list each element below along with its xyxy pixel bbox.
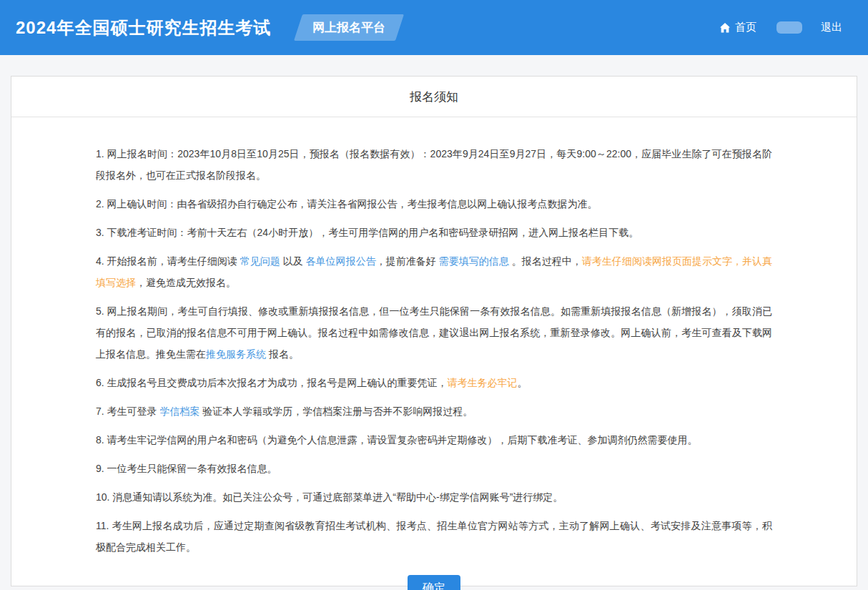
top-header: 2024年全国硕士研究生招生考试 网上报名平台 首页 退出 bbox=[0, 0, 868, 55]
page-title: 报名须知 bbox=[410, 89, 458, 105]
inline-link[interactable]: 学信档案 bbox=[159, 405, 199, 417]
notice-paragraph: 4. 开始报名前，请考生仔细阅读 常见问题 以及 各单位网报公告，提前准备好 需… bbox=[96, 250, 772, 293]
platform-badge: 网上报名平台 bbox=[294, 14, 404, 41]
notice-text: 以及 bbox=[280, 255, 306, 267]
notice-paragraph: 8. 请考生牢记学信网的用户名和密码（为避免个人信息泄露，请设置复杂密码并定期修… bbox=[96, 429, 772, 451]
platform-badge-label: 网上报名平台 bbox=[312, 19, 385, 36]
notice-paragraph: 2. 网上确认时间：由各省级招办自行确定公布，请关注各省网报公告，考生报考信息以… bbox=[96, 193, 772, 215]
confirm-button[interactable]: 确定 bbox=[408, 575, 460, 590]
notice-text: 。 bbox=[518, 377, 528, 388]
notice-text: 10. 消息通知请以系统为准。如已关注公众号，可通过底部菜单进入“帮助中心-绑定… bbox=[96, 491, 563, 503]
notice-text: ，提前准备好 bbox=[376, 255, 439, 267]
warning-text: 请考生务必牢记 bbox=[448, 377, 518, 388]
notice-paragraph: 11. 考生网上报名成功后，应通过定期查阅省级教育招生考试机构、报考点、招生单位… bbox=[96, 515, 772, 558]
notice-text: 6. 生成报名号且交费成功后本次报名才为成功，报名号是网上确认的重要凭证， bbox=[96, 377, 448, 388]
username-placeholder bbox=[776, 21, 802, 34]
notice-text: 8. 请考生牢记学信网的用户名和密码（为避免个人信息泄露，请设置复杂密码并定期修… bbox=[96, 434, 698, 446]
inline-link[interactable]: 各单位网报公告 bbox=[306, 255, 376, 267]
notice-paragraph: 9. 一位考生只能保留一条有效报名信息。 bbox=[96, 458, 772, 479]
notice-text: 2. 网上确认时间：由各省级招办自行确定公布，请关注各省网报公告，考生报考信息以… bbox=[96, 198, 598, 210]
inline-link[interactable]: 推免服务系统 bbox=[206, 348, 266, 360]
notice-text: ，避免造成无效报名。 bbox=[136, 277, 236, 288]
notice-paragraph: 7. 考生可登录 学信档案 验证本人学籍或学历，学信档案注册与否并不影响网报过程… bbox=[96, 400, 772, 422]
nav-home-link[interactable]: 首页 bbox=[719, 21, 756, 34]
notice-paragraph-list: 1. 网上报名时间：2023年10月8日至10月25日，预报名（报名数据有效）：… bbox=[96, 143, 772, 558]
confirm-button-row: 确定 bbox=[96, 575, 772, 590]
app-title: 2024年全国硕士研究生招生考试 bbox=[16, 16, 271, 39]
notice-text: 3. 下载准考证时间：考前十天左右（24小时开放），考生可用学信网的用户名和密码… bbox=[96, 227, 638, 238]
home-icon bbox=[719, 22, 731, 34]
nav-logout-link[interactable]: 退出 bbox=[821, 21, 842, 34]
notice-text: 。报名过程中， bbox=[509, 255, 582, 267]
inline-link[interactable]: 常见问题 bbox=[240, 255, 280, 267]
notice-text: 报名。 bbox=[266, 348, 299, 360]
notice-paragraph: 10. 消息通知请以系统为准。如已关注公众号，可通过底部菜单进入“帮助中心-绑定… bbox=[96, 486, 772, 508]
notice-text: 1. 网上报名时间：2023年10月8日至10月25日，预报名（报名数据有效）：… bbox=[96, 148, 772, 181]
notice-paragraph: 6. 生成报名号且交费成功后本次报名才为成功，报名号是网上确认的重要凭证，请考生… bbox=[96, 372, 772, 393]
notice-text: 4. 开始报名前，请考生仔细阅读 bbox=[96, 255, 240, 267]
notice-text: 9. 一位考生只能保留一条有效报名信息。 bbox=[96, 463, 277, 474]
notice-paragraph: 1. 网上报名时间：2023年10月8日至10月25日，预报名（报名数据有效）：… bbox=[96, 143, 772, 186]
nav-home-label: 首页 bbox=[735, 21, 756, 34]
notice-title-bar: 报名须知 bbox=[11, 77, 857, 117]
inline-link[interactable]: 需要填写的信息 bbox=[439, 255, 509, 267]
notice-text: 11. 考生网上报名成功后，应通过定期查阅省级教育招生考试机构、报考点、招生单位… bbox=[96, 520, 772, 553]
notice-paragraph: 5. 网上报名期间，考生可自行填报、修改或重新填报报名信息，但一位考生只能保留一… bbox=[96, 300, 772, 365]
notice-body: 1. 网上报名时间：2023年10月8日至10月25日，预报名（报名数据有效）：… bbox=[11, 117, 857, 590]
notice-card: 报名须知 1. 网上报名时间：2023年10月8日至10月25日，预报名（报名数… bbox=[11, 76, 857, 586]
notice-text: 验证本人学籍或学历，学信档案注册与否并不影响网报过程。 bbox=[199, 405, 473, 417]
notice-text: 7. 考生可登录 bbox=[96, 405, 159, 417]
notice-paragraph: 3. 下载准考证时间：考前十天左右（24小时开放），考生可用学信网的用户名和密码… bbox=[96, 222, 772, 243]
notice-text: 5. 网上报名期间，考生可自行填报、修改或重新填报报名信息，但一位考生只能保留一… bbox=[96, 305, 772, 360]
header-nav: 首页 退出 bbox=[719, 21, 842, 34]
